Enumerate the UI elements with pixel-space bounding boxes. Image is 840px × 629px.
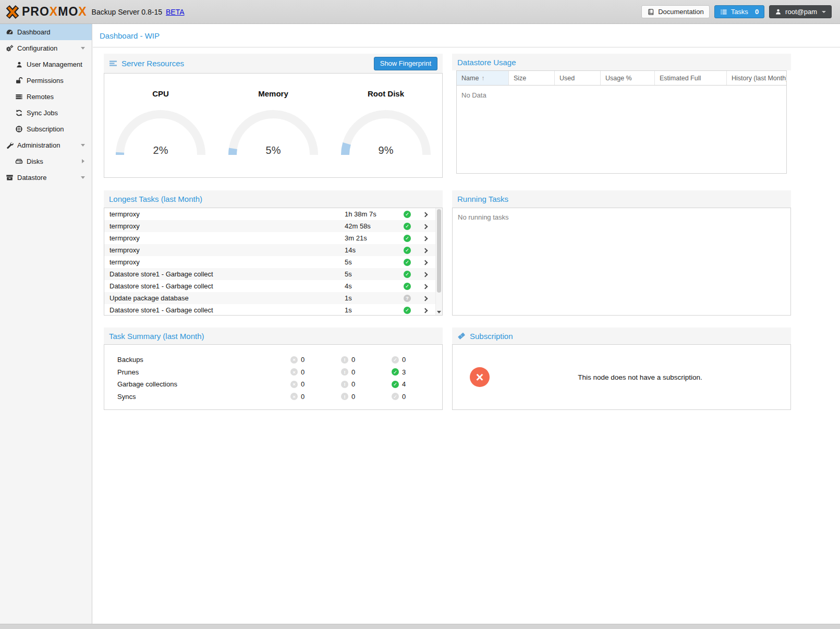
sidebar-item-dashboard[interactable]: Dashboard: [0, 24, 92, 40]
summary-label: Backups: [104, 356, 290, 364]
ok-circle-icon: ✓: [392, 356, 399, 364]
gauge-value: 5%: [224, 144, 323, 156]
task-duration: 14s: [345, 246, 399, 254]
task-duration: 42m 58s: [345, 222, 399, 230]
task-duration: 3m 21s: [345, 234, 399, 242]
vertical-scrollbar[interactable]: [435, 208, 442, 315]
proxmox-backup-app: PROXMOX Backup Server 0.8-15 BETA Docume…: [0, 0, 840, 629]
column-label: Usage %: [605, 75, 632, 82]
sidebar-item-configuration[interactable]: Configuration: [0, 40, 92, 56]
warning-circle-icon: !: [341, 356, 348, 364]
tasks-button[interactable]: Tasks 0: [714, 5, 764, 18]
ok-circle-icon: ✓: [392, 381, 399, 388]
summary-error-cell: ×0: [290, 393, 341, 401]
task-open-button[interactable]: [415, 224, 435, 228]
sidebar-item-user-management[interactable]: User Management: [0, 56, 92, 72]
check-circle-icon: ✓: [404, 271, 411, 278]
task-open-button[interactable]: [415, 308, 435, 312]
user-icon: [775, 8, 782, 15]
column-header-estimated-full[interactable]: Estimated Full: [655, 71, 727, 85]
task-row[interactable]: termproxy5s✓: [104, 256, 442, 268]
task-open-button[interactable]: [415, 236, 435, 240]
task-name: termproxy: [104, 234, 345, 242]
sidebar-item-sync-jobs[interactable]: Sync Jobs: [0, 105, 92, 121]
scrollbar-thumb[interactable]: [437, 209, 441, 293]
summary-warning-count: 0: [351, 380, 355, 388]
task-row[interactable]: Datastore store1 - Garbage collect4s✓: [104, 280, 442, 292]
server-list-icon: [15, 93, 23, 101]
sidebar-item-permissions[interactable]: Permissions: [0, 72, 92, 89]
gauge-title: CPU: [152, 89, 169, 98]
sidebar-item-label: Permissions: [27, 77, 64, 84]
sidebar-item-label: Disks: [27, 158, 43, 165]
sidebar-item-remotes[interactable]: Remotes: [0, 89, 92, 105]
task-open-button[interactable]: [415, 248, 435, 252]
header-actions: Documentation Tasks 0 root@pam: [641, 5, 832, 18]
task-row[interactable]: termproxy42m 58s✓: [104, 220, 442, 232]
chevron-down-icon: [81, 47, 85, 50]
chevron-right-icon: [422, 308, 428, 313]
dashboard-panels: Server Resources Show Fingerprint CPU2%M…: [93, 47, 840, 624]
summary-ok-cell: ✓3: [392, 368, 442, 376]
task-row[interactable]: Update package database1s?: [104, 292, 442, 304]
sidebar: DashboardConfigurationUser ManagementPer…: [0, 24, 92, 624]
show-fingerprint-button[interactable]: Show Fingerprint: [374, 57, 437, 70]
top-header-bar: PROXMOX Backup Server 0.8-15 BETA Docume…: [0, 0, 840, 24]
task-open-button[interactable]: [415, 260, 435, 264]
column-header-used[interactable]: Used: [555, 71, 601, 85]
documentation-button[interactable]: Documentation: [641, 5, 709, 18]
chevron-right-icon: [422, 272, 428, 277]
sidebar-item-label: User Management: [27, 61, 82, 68]
check-circle-icon: ✓: [404, 259, 411, 266]
life-ring-icon: [15, 125, 23, 134]
task-row[interactable]: Datastore store1 - Garbage collect5s✓: [104, 268, 442, 280]
subscription-title: Subscription: [470, 332, 513, 341]
task-row[interactable]: termproxy1h 38m 7s✓: [104, 208, 442, 220]
summary-error-count: 0: [301, 393, 305, 401]
task-status: ✓: [399, 211, 415, 218]
task-row[interactable]: termproxy3m 21s✓: [104, 232, 442, 244]
check-circle-icon: ✓: [404, 223, 411, 230]
summary-ok-cell: ✓4: [392, 380, 442, 388]
user-menu-button[interactable]: root@pam: [769, 5, 832, 18]
beta-link[interactable]: BETA: [166, 8, 185, 16]
task-name: termproxy: [104, 210, 345, 218]
summary-warning-count: 0: [351, 368, 355, 376]
no-subscription-error-icon: ×: [470, 367, 490, 387]
task-open-button[interactable]: [415, 284, 435, 288]
task-open-button[interactable]: [415, 272, 435, 276]
error-circle-icon: ×: [290, 356, 298, 364]
datastore-usage-grid: Name↑SizeUsedUsage %Estimated FullHistor…: [456, 70, 787, 174]
sidebar-item-administration[interactable]: Administration: [0, 137, 92, 153]
task-summary-header: Task Summary (last Month): [104, 328, 443, 344]
documentation-label: Documentation: [658, 8, 703, 16]
check-circle-icon: ✓: [404, 283, 411, 290]
task-open-button[interactable]: [415, 296, 435, 300]
server-resources-panel: Server Resources Show Fingerprint CPU2%M…: [104, 54, 443, 178]
brand-letter: O: [40, 5, 50, 18]
chevron-right-icon: [422, 296, 428, 301]
column-label: History (last Month): [732, 75, 786, 82]
scrollbar-down-arrow-icon[interactable]: [437, 311, 441, 313]
task-status: ?: [399, 295, 415, 302]
summary-warning-cell: !0: [341, 368, 392, 376]
gauge-root-disk: Root Disk9%: [330, 74, 442, 177]
column-header-size[interactable]: Size: [509, 71, 555, 85]
datastore-usage-title: Datastore Usage: [457, 58, 516, 67]
product-subtitle: Backup Server 0.8-15: [92, 8, 162, 16]
task-summary-body: Backups×0!0✓0Prunes×0!0✓3Garbage collect…: [104, 344, 443, 410]
sidebar-item-subscription[interactable]: Subscription: [0, 121, 92, 137]
task-row[interactable]: Datastore store1 - Garbage collect1s✓: [104, 304, 442, 316]
column-header-history-last-month[interactable]: History (last Month): [727, 71, 786, 85]
gauge-title: Memory: [258, 89, 288, 98]
sidebar-item-disks[interactable]: Disks: [0, 153, 92, 170]
task-open-button[interactable]: [415, 212, 435, 216]
column-header-name[interactable]: Name↑: [457, 71, 509, 85]
brand-letter: M: [58, 5, 68, 18]
column-header-usage[interactable]: Usage %: [601, 71, 655, 85]
user-label: root@pam: [785, 8, 817, 16]
sidebar-item-label: Administration: [17, 141, 60, 149]
task-status: ✓: [399, 259, 415, 266]
sidebar-item-datastore[interactable]: Datastore: [0, 170, 92, 186]
task-row[interactable]: termproxy14s✓: [104, 244, 442, 256]
